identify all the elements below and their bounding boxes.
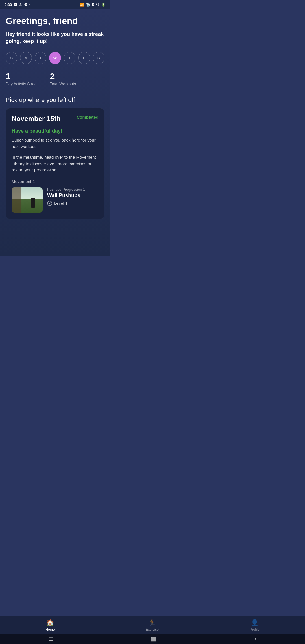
day-circle-tue[interactable]: T [35, 52, 46, 64]
card-status: Completed [77, 115, 99, 119]
wifi-icon: 📶 [80, 3, 84, 7]
day-circle-wed[interactable]: W [49, 52, 61, 64]
day-circle-mon[interactable]: M [20, 52, 32, 64]
workouts-label: Total Workouts [50, 82, 76, 86]
movement-label: Movement 1 [12, 179, 99, 184]
signal-icon: 📡 [86, 3, 90, 7]
exercise-category: Pushups Progression 1 [47, 187, 99, 192]
settings-icon: ⚙ [24, 3, 27, 7]
card-message-extra: In the meantime, head over to the Moveme… [12, 154, 99, 173]
day-circles-row: S M T W T F S [6, 52, 104, 64]
status-left: 2:33 🖼 ⚠ ⚙ • [5, 3, 30, 7]
day-circle-sun[interactable]: S [6, 52, 17, 64]
greeting-title: Greetings, friend [6, 16, 104, 26]
streak-stat: 1 Day Activity Streak [6, 72, 39, 86]
exercise-thumbnail [12, 187, 43, 213]
dot-icon: • [29, 3, 30, 7]
stats-row: 1 Day Activity Streak 2 Total Workouts [6, 72, 104, 86]
greeting-subtitle: Hey friend it looks like you have a stre… [6, 31, 104, 45]
battery-text: 51% [92, 3, 99, 7]
pickup-heading: Pick up where you left off [6, 96, 104, 104]
streak-number: 1 [6, 72, 39, 80]
level-check-icon: ✓ [47, 201, 52, 206]
workouts-number: 2 [50, 72, 76, 80]
day-circle-thu[interactable]: T [64, 52, 75, 64]
card-message-body: Super-pumped to see you back here for yo… [12, 137, 99, 150]
thumbnail-wall [12, 187, 21, 213]
day-circle-fri[interactable]: F [78, 52, 90, 64]
streak-label: Day Activity Streak [6, 82, 39, 86]
thumbnail-person [31, 198, 35, 208]
day-circle-sat[interactable]: S [93, 52, 104, 64]
card-date: November 15th [12, 115, 60, 123]
status-time: 2:33 [5, 3, 12, 7]
photo-icon: 🖼 [14, 3, 17, 7]
warning-icon: ⚠ [19, 3, 22, 7]
workout-card[interactable]: November 15th Completed Have a beautiful… [6, 108, 104, 219]
exercise-item[interactable]: Pushups Progression 1 Wall Pushups ✓ Lev… [12, 187, 99, 213]
exercise-level-text: Level 1 [54, 201, 67, 206]
exercise-name: Wall Pushups [47, 193, 99, 199]
workouts-stat: 2 Total Workouts [50, 72, 76, 86]
card-header: November 15th Completed [12, 115, 99, 123]
status-bar: 2:33 🖼 ⚠ ⚙ • 📶 📡 51% 🔋 [0, 0, 110, 9]
battery-icon: 🔋 [101, 3, 106, 7]
status-right: 📶 📡 51% 🔋 [80, 3, 106, 7]
card-message-title: Have a beautiful day! [12, 128, 99, 134]
main-content: Greetings, friend Hey friend it looks li… [0, 9, 110, 256]
exercise-info: Pushups Progression 1 Wall Pushups ✓ Lev… [47, 187, 99, 206]
exercise-level-row: ✓ Level 1 [47, 201, 99, 206]
